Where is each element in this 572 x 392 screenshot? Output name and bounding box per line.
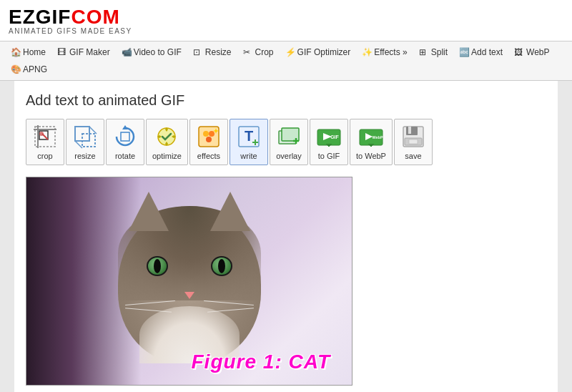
svg-point-13 [203, 131, 209, 137]
crop-tool-label: crop [37, 152, 52, 160]
resize-tool-icon [72, 124, 98, 150]
tool-to-gif[interactable]: GIF to GIF [310, 119, 348, 165]
svg-rect-31 [406, 127, 418, 135]
crop-tool-icon [32, 124, 58, 150]
svg-point-15 [206, 137, 212, 142]
optimize-tool-label: optimize [152, 152, 182, 160]
toolbox: crop resize rotate [26, 119, 546, 165]
house-icon: 🏠 [11, 47, 21, 57]
resize-icon: ⊡ [193, 47, 203, 57]
tool-optimize[interactable]: optimize [146, 119, 188, 165]
whisker-left-1 [125, 300, 175, 305]
tool-crop[interactable]: crop [26, 119, 64, 165]
nav-crop[interactable]: ✂ Crop [238, 44, 279, 60]
optimize-tool-icon [154, 124, 179, 150]
navbar: 🏠 Home 🎞 GIF Maker 📹 Video to GIF ⊡ Resi… [0, 41, 572, 81]
nav-add-text[interactable]: 🔤 Add text [454, 44, 508, 60]
save-tool-icon [400, 124, 426, 150]
crop-icon: ✂ [243, 47, 253, 57]
text-nav-icon: 🔤 [459, 47, 469, 57]
split-icon: ⊞ [419, 47, 429, 57]
cat-eye-right [211, 256, 232, 276]
logo-subtitle: ANIMATED GIFS MADE EASY [9, 27, 563, 35]
tool-effects[interactable]: effects [189, 119, 228, 165]
svg-rect-32 [408, 127, 411, 134]
nav-split[interactable]: ⊞ Split [414, 44, 453, 60]
logo-com: COM [71, 6, 119, 28]
svg-point-14 [209, 131, 214, 137]
logo-text: EZGIFCOM [9, 6, 120, 28]
whisker-right-1 [204, 300, 254, 305]
svg-rect-34 [409, 139, 418, 144]
svg-marker-9 [122, 125, 128, 129]
nav-webp[interactable]: 🖼 WebP [509, 44, 554, 60]
optimizer-icon: ⚡ [285, 47, 295, 57]
svg-line-7 [89, 127, 97, 134]
svg-text:GIF: GIF [330, 134, 339, 139]
write-tool-label: write [240, 152, 257, 160]
main-content: Add text to animated GIF crop [14, 81, 558, 392]
site-header: EZGIFCOM ANIMATED GIFS MADE EASY [0, 0, 572, 41]
webp-icon: 🖼 [514, 47, 524, 57]
effects-icon: ✨ [362, 47, 372, 57]
resize-tool-label: resize [74, 152, 95, 160]
nav-effects[interactable]: ✨ Effects » [357, 44, 412, 60]
tool-to-webp[interactable]: WebP to WebP [350, 119, 393, 165]
overlay-tool-label: overlay [276, 152, 301, 160]
nav-video-to-gif[interactable]: 📹 Video to GIF [117, 44, 187, 60]
cat-nose [184, 292, 194, 299]
svg-rect-10 [121, 132, 129, 141]
rotate-tool-label: rotate [115, 152, 135, 160]
to-gif-tool-icon: GIF [316, 124, 342, 150]
tool-save[interactable]: save [394, 119, 433, 165]
tool-rotate[interactable]: rotate [106, 119, 144, 165]
apng-icon: 🎨 [11, 64, 21, 74]
gif-text-overlay: Figure 1: CAT [192, 351, 330, 373]
nav-gif-maker[interactable]: 🎞 GIF Maker [52, 44, 115, 60]
nav-home[interactable]: 🏠 Home [6, 44, 51, 60]
svg-text:WebP: WebP [372, 135, 383, 139]
svg-point-4 [39, 132, 44, 136]
overlay-tool-icon [276, 124, 302, 150]
logo: EZGIFCOM ANIMATED GIFS MADE EASY [9, 6, 563, 35]
gif-container: Figure 1: CAT [26, 177, 352, 386]
tool-resize[interactable]: resize [66, 119, 104, 165]
cat-eyes [147, 256, 232, 276]
to-gif-tool-label: to GIF [318, 152, 340, 160]
page-title: Add text to animated GIF [26, 92, 546, 109]
nav-apng[interactable]: 🎨 APNG [6, 62, 52, 77]
to-webp-tool-label: to WebP [356, 152, 386, 160]
nav-resize[interactable]: ⊡ Resize [188, 44, 237, 60]
svg-text:T: T [245, 128, 253, 144]
cat-face [118, 206, 261, 363]
cat-eye-left [147, 256, 168, 276]
tool-overlay[interactable]: overlay [270, 119, 308, 165]
rotate-tool-icon [112, 124, 138, 150]
nav-gif-optimizer[interactable]: ⚡ GIF Optimizer [280, 44, 356, 60]
cat-ear-right [210, 192, 250, 231]
tool-write[interactable]: T write [230, 119, 268, 165]
svg-line-8 [75, 141, 82, 148]
video-icon: 📹 [122, 47, 132, 57]
write-tool-icon: T [236, 124, 262, 150]
cat-ear-left [129, 192, 169, 231]
effects-tool-icon [196, 124, 222, 150]
save-tool-label: save [405, 152, 421, 160]
film-icon: 🎞 [57, 47, 67, 57]
effects-tool-label: effects [197, 152, 220, 160]
to-webp-tool-icon: WebP [358, 124, 384, 150]
